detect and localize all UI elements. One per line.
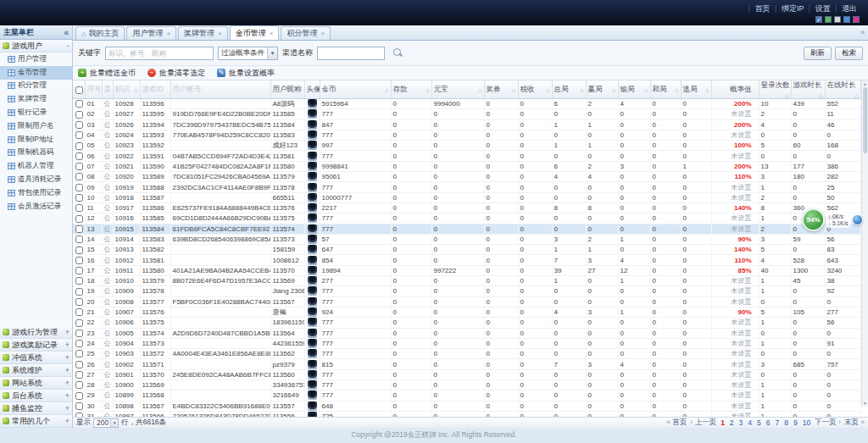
table-row[interactable]: 25公109031135724A0004E43EA3461E856AE8E8B2…: [73, 349, 860, 359]
column-header-win[interactable]: 赢局△: [586, 80, 618, 99]
search-icon[interactable]: [392, 47, 403, 58]
column-header-nick[interactable]: 用户昵称: [270, 80, 304, 99]
row-checkbox[interactable]: [75, 319, 83, 327]
refresh-button[interactable]: 刷新: [804, 47, 832, 60]
table-row[interactable]: 15公10913113582158159647000011000140%5083: [73, 245, 860, 255]
table-row[interactable]: 20公10908113577F5BF0C036F1E40288BAC744083…: [73, 296, 860, 307]
sidebar-section-game-users[interactable]: 游戏用户 -: [0, 40, 72, 53]
keyword-input[interactable]: [105, 47, 214, 60]
row-checkbox[interactable]: [75, 288, 83, 296]
sidebar-item[interactable]: 机器人管理: [0, 159, 72, 173]
page-number[interactable]: 1: [720, 418, 726, 427]
table-row[interactable]: 21公10907113576唐褐92400004310090%5105277: [73, 307, 860, 317]
row-checkbox[interactable]: [75, 184, 83, 191]
search-button[interactable]: 检索: [835, 47, 863, 60]
table-row[interactable]: 26公10902113571pz9379815000073400未设置36857…: [73, 359, 860, 369]
page-number[interactable]: 4: [747, 418, 753, 427]
last-page-button[interactable]: 末页 »: [844, 418, 865, 428]
close-icon[interactable]: ×: [270, 30, 274, 37]
row-checkbox[interactable]: [75, 371, 83, 379]
row-checkbox[interactable]: [75, 392, 83, 400]
page-number[interactable]: 10: [802, 418, 811, 427]
row-checkbox[interactable]: [75, 235, 83, 243]
sidebar-section[interactable]: 冲值系统+: [0, 352, 72, 364]
table-row[interactable]: 05公10923113592成好123997000011000100%56016…: [73, 141, 860, 151]
row-checkbox[interactable]: [75, 298, 83, 306]
theme-color-swatch[interactable]: ✓: [815, 16, 822, 23]
channel-input[interactable]: [317, 47, 385, 60]
table-row[interactable]: 07公1092111359041B25F0427484DC082A2A8F1FF…: [73, 161, 860, 171]
table-row[interactable]: 17公10911113580401A21AE9BA04B2AA54CCEB48A…: [73, 265, 860, 275]
column-header-gid[interactable]: 游戏ID: [140, 80, 170, 99]
sidebar-item[interactable]: 金币管理: [0, 66, 72, 80]
table-row[interactable]: 30公10898113567E4BDC83322C5406BB91688E07A…: [73, 401, 860, 411]
sidebar-item[interactable]: 用户管理: [0, 53, 72, 66]
column-header-online[interactable]: 在线时长△: [825, 80, 860, 99]
page-number[interactable]: 2: [729, 418, 735, 427]
table-row[interactable]: 01公10928113596A8源码5915964099940000062400…: [73, 99, 860, 109]
sidebar-section[interactable]: 游戏奖励记录+: [0, 339, 72, 352]
sidebar-section[interactable]: 常用的几个+: [0, 415, 72, 428]
toolbar-button[interactable]: ✎批量设置概率: [217, 68, 275, 79]
row-checkbox[interactable]: [75, 257, 83, 264]
table-row[interactable]: 18公109101135798B072E6E4F6D47D1957E3ACC5E…: [73, 276, 860, 286]
row-checkbox[interactable]: [75, 225, 83, 233]
column-header-flag[interactable]: 是: [102, 80, 113, 99]
row-checkbox[interactable]: [75, 267, 83, 274]
toolbar-button[interactable]: −批量清零选定: [147, 68, 205, 79]
row-checkbox[interactable]: [75, 402, 83, 410]
row-checkbox[interactable]: [75, 131, 83, 139]
sidebar-section[interactable]: 系统维护+: [0, 364, 72, 377]
table-row[interactable]: 10公1091811358766551110000777000000000未设置…: [73, 192, 860, 202]
close-icon[interactable]: ×: [320, 30, 325, 37]
sidebar-section[interactable]: 后台系统+: [0, 390, 72, 402]
row-checkbox[interactable]: [75, 215, 83, 223]
row-checkbox[interactable]: [75, 340, 83, 347]
row-checkbox[interactable]: [75, 100, 83, 108]
probability-filter-dropdown[interactable]: 过滤概率条件 ▼: [218, 47, 278, 60]
row-checkbox[interactable]: [75, 173, 83, 180]
row-checkbox[interactable]: [75, 329, 83, 337]
tab-overflow-icon[interactable]: »: [860, 28, 865, 36]
tab-用户管理[interactable]: 用户管理×: [126, 26, 176, 40]
select-all-checkbox[interactable]: [75, 86, 83, 94]
table-row[interactable]: 14公10914113583639BD8CD2685406398869C85A9…: [73, 234, 860, 244]
column-header-draw[interactable]: 和局△: [650, 80, 681, 99]
column-header-id[interactable]: 标识△: [113, 80, 140, 99]
vertical-scrollbar[interactable]: ▲ ▼: [861, 80, 868, 407]
table-row[interactable]: 06公1092211359104B7AB5CCD694F72AD4D3E4239…: [73, 151, 860, 161]
table-row[interactable]: 04公10924113593770EAB4578F94D259C8CC8203B…: [73, 130, 860, 140]
row-checkbox[interactable]: [75, 163, 83, 170]
column-header-logins[interactable]: 登录次数△: [759, 80, 791, 99]
column-header-escape[interactable]: 逃局△: [681, 80, 711, 99]
row-checkbox[interactable]: [75, 142, 83, 150]
sidebar-item[interactable]: 背包使用记录: [0, 186, 72, 200]
column-header-play[interactable]: 游戏时长△: [791, 80, 825, 99]
page-number[interactable]: 6: [765, 418, 771, 427]
scroll-down-icon[interactable]: ▼: [862, 400, 868, 407]
column-header-seq[interactable]: 序号: [85, 80, 102, 99]
row-checkbox[interactable]: [75, 308, 83, 316]
sidebar-item[interactable]: 限制用户名: [0, 119, 72, 133]
column-header-lose[interactable]: 输局△: [618, 80, 650, 99]
table-row[interactable]: 08公109201135897DC81051FC29426CBA04569AE7…: [73, 172, 860, 182]
table-row[interactable]: 11公10917113586E625737FE9184A6888449B4CEC…: [73, 202, 860, 213]
theme-color-swatch[interactable]: [853, 16, 860, 23]
column-header-avatar[interactable]: 头像: [304, 80, 320, 99]
theme-color-swatch[interactable]: [843, 16, 850, 23]
table-row[interactable]: 24公109041135734423615594777000000000未设置1…: [73, 338, 860, 348]
column-header-tax[interactable]: 税收△: [518, 80, 552, 99]
table-row[interactable]: 19公10909113578Jiang 2306777000000000未设置1…: [73, 286, 860, 296]
page-number[interactable]: 9: [793, 418, 798, 427]
top-link[interactable]: 绑定IP: [782, 4, 806, 13]
sidebar-collapse-icon[interactable]: «: [64, 28, 69, 37]
page-number[interactable]: 7: [775, 418, 781, 427]
sidebar-section[interactable]: 游戏行为管理+: [0, 326, 72, 339]
table-row[interactable]: 03公109261135947DC396D97975437BEDC54B755F…: [73, 119, 860, 130]
column-header-cb[interactable]: [73, 80, 85, 99]
page-number[interactable]: 5: [756, 418, 762, 427]
table-row[interactable]: 09公109191135882392DC3AC1CF4114AE0F8B9F52…: [73, 182, 860, 192]
table-row[interactable]: 23公10905113574A2D9D6D7240D487CBBD1A5BD42…: [73, 328, 860, 338]
first-page-button[interactable]: « 首页: [666, 418, 687, 428]
theme-color-swatch[interactable]: [834, 16, 841, 23]
